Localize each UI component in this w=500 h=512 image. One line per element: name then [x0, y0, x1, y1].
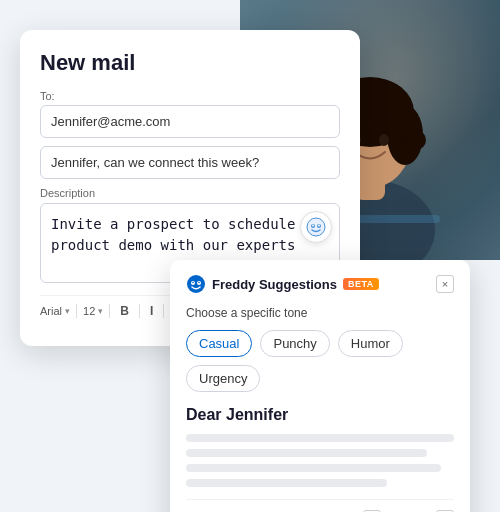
svg-point-10	[406, 130, 426, 150]
svg-point-14	[307, 218, 325, 236]
preview-line-2	[186, 449, 427, 457]
preview-line-1	[186, 434, 454, 442]
svg-point-17	[312, 225, 314, 227]
toolbar-separator-4	[163, 304, 164, 318]
freddy-footer: Insert ‹ 1 of 3 ›	[186, 499, 454, 512]
preview-line-3	[186, 464, 441, 472]
italic-button[interactable]: I	[146, 302, 157, 320]
svg-point-18	[318, 225, 320, 227]
freddy-panel: Freddy Suggestions BETA × Choose a speci…	[170, 260, 470, 512]
freddy-logo-icon	[186, 274, 206, 294]
close-button[interactable]: ×	[436, 275, 454, 293]
size-caret: ▾	[98, 306, 103, 316]
freddy-title-row: Freddy Suggestions BETA	[186, 274, 379, 294]
subject-field[interactable]	[40, 146, 340, 179]
svg-point-22	[192, 282, 194, 284]
email-salutation: Dear Jennifer	[186, 406, 454, 424]
tone-label: Choose a specific tone	[186, 306, 454, 320]
tone-urgency[interactable]: Urgency	[186, 365, 260, 392]
font-size: 12	[83, 305, 95, 317]
description-label: Description	[40, 187, 340, 199]
freddy-title: Freddy Suggestions	[212, 277, 337, 292]
svg-point-19	[187, 275, 205, 293]
font-caret: ▾	[65, 306, 70, 316]
preview-line-4	[186, 479, 387, 487]
toolbar-separator-3	[139, 304, 140, 318]
bold-button[interactable]: B	[116, 302, 133, 320]
font-selector[interactable]: Arial ▾	[40, 305, 70, 317]
to-label: To:	[40, 90, 340, 102]
tone-options: Casual Punchy Humor Urgency	[186, 330, 454, 392]
svg-point-23	[198, 282, 200, 284]
robot-icon	[306, 217, 326, 237]
svg-point-12	[379, 134, 389, 146]
tone-humor[interactable]: Humor	[338, 330, 403, 357]
tone-casual[interactable]: Casual	[186, 330, 252, 357]
toolbar-separator-1	[76, 304, 77, 318]
to-field[interactable]	[40, 105, 340, 138]
ai-icon-button[interactable]	[300, 211, 332, 243]
freddy-header: Freddy Suggestions BETA ×	[186, 274, 454, 294]
toolbar-separator-2	[109, 304, 110, 318]
freddy-badge: BETA	[343, 278, 379, 290]
card-title: New mail	[40, 50, 340, 76]
font-size-selector[interactable]: 12 ▾	[83, 305, 103, 317]
font-name: Arial	[40, 305, 62, 317]
tone-punchy[interactable]: Punchy	[260, 330, 329, 357]
